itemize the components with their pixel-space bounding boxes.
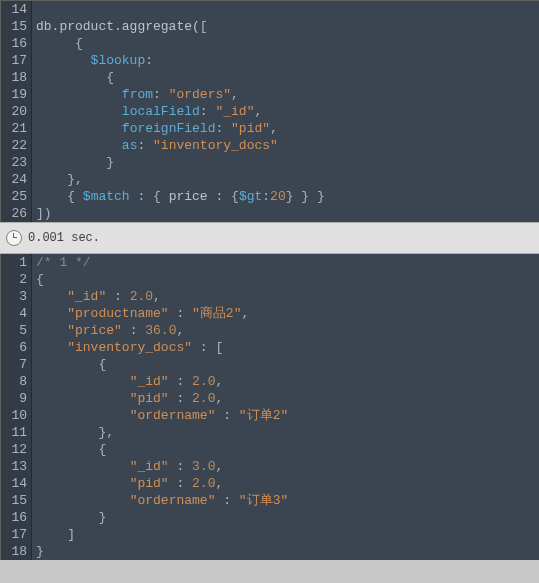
line-number: 17 [5,52,27,69]
line-number: 25 [5,188,27,205]
line-number: 10 [5,407,27,424]
code-line[interactable]: "ordername" : "订单2" [36,407,539,424]
code-line[interactable]: } [36,543,539,560]
line-number: 6 [5,339,27,356]
code-line[interactable]: "_id" : 2.0, [36,373,539,390]
code-line[interactable]: "productname" : "商品2", [36,305,539,322]
line-number: 15 [5,492,27,509]
code-line[interactable]: "price" : 36.0, [36,322,539,339]
code-line[interactable]: ]) [36,205,539,222]
line-gutter-upper: 14151617181920212223242526 [1,1,32,222]
code-line[interactable]: "_id" : 3.0, [36,458,539,475]
code-line[interactable]: ] [36,526,539,543]
line-number: 14 [5,475,27,492]
code-line[interactable]: } [36,509,539,526]
line-number: 19 [5,86,27,103]
clock-icon [6,230,22,246]
line-number: 8 [5,373,27,390]
line-number: 15 [5,18,27,35]
code-line[interactable]: db.product.aggregate([ [36,18,539,35]
line-number: 24 [5,171,27,188]
code-line[interactable]: /* 1 */ [36,254,539,271]
code-line[interactable]: "ordername" : "订单3" [36,492,539,509]
code-line[interactable] [36,1,539,18]
line-number: 16 [5,509,27,526]
code-line[interactable]: foreignField: "pid", [36,120,539,137]
line-number: 5 [5,322,27,339]
code-line[interactable]: { [36,356,539,373]
code-line[interactable]: $lookup: [36,52,539,69]
line-number: 18 [5,543,27,560]
code-line[interactable]: "_id" : 2.0, [36,288,539,305]
code-upper[interactable]: db.product.aggregate([ { $lookup: { from… [32,1,539,222]
code-line[interactable]: { [36,35,539,52]
status-bar: 0.001 sec. [0,222,539,254]
line-number: 1 [5,254,27,271]
code-line[interactable]: { $match : { price : {$gt:20} } } [36,188,539,205]
code-line[interactable]: { [36,271,539,288]
code-line[interactable]: from: "orders", [36,86,539,103]
line-number: 13 [5,458,27,475]
line-number: 23 [5,154,27,171]
line-number: 7 [5,356,27,373]
line-number: 21 [5,120,27,137]
code-line[interactable]: }, [36,171,539,188]
execution-time-text: 0.001 sec. [28,231,100,245]
line-number: 20 [5,103,27,120]
code-line[interactable]: "pid" : 2.0, [36,475,539,492]
line-number: 18 [5,69,27,86]
code-line[interactable]: { [36,441,539,458]
line-gutter-lower: 123456789101112131415161718 [1,254,32,560]
line-number: 26 [5,205,27,222]
line-number: 9 [5,390,27,407]
line-number: 11 [5,424,27,441]
line-number: 4 [5,305,27,322]
code-line[interactable]: as: "inventory_docs" [36,137,539,154]
line-number: 14 [5,1,27,18]
query-editor[interactable]: 14151617181920212223242526 db.product.ag… [0,1,539,222]
line-number: 17 [5,526,27,543]
code-line[interactable]: }, [36,424,539,441]
line-number: 12 [5,441,27,458]
code-line[interactable]: "pid" : 2.0, [36,390,539,407]
code-line[interactable]: localField: "_id", [36,103,539,120]
code-line[interactable]: "inventory_docs" : [ [36,339,539,356]
line-number: 16 [5,35,27,52]
line-number: 2 [5,271,27,288]
code-line[interactable]: } [36,154,539,171]
code-lower[interactable]: /* 1 */{ "_id" : 2.0, "productname" : "商… [32,254,539,560]
line-number: 3 [5,288,27,305]
line-number: 22 [5,137,27,154]
code-line[interactable]: { [36,69,539,86]
result-viewer[interactable]: 123456789101112131415161718 /* 1 */{ "_i… [0,254,539,560]
